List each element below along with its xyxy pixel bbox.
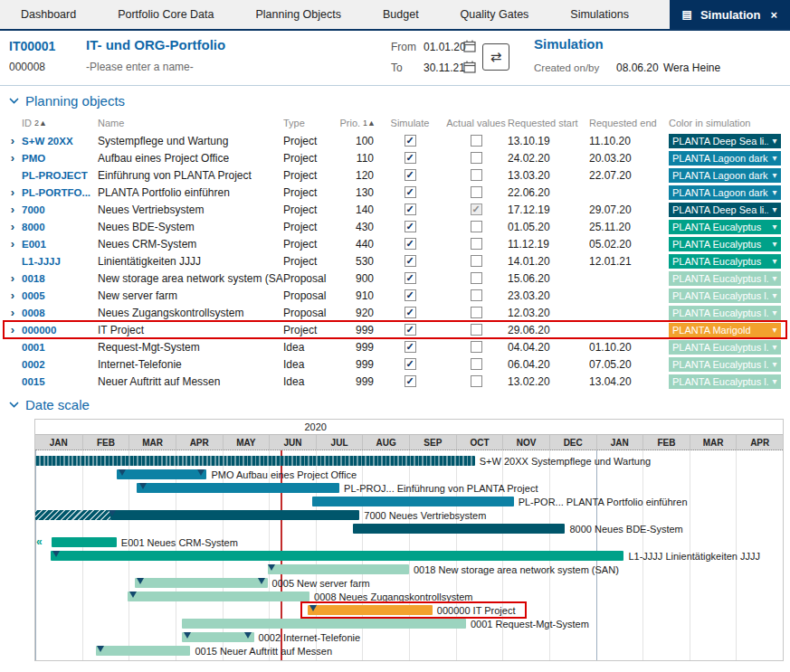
row-id[interactable]: L1-JJJJ [22, 256, 98, 267]
table-row-PL-PROJECT[interactable]: PL-PROJECTEinführung von PLANTA ProjectP… [4, 166, 786, 184]
row-id[interactable]: PL-PORTFO... [22, 187, 98, 198]
simulate-checkbox[interactable]: ✓ [405, 221, 416, 232]
nav-item-planning-objects[interactable]: Planning Objects [234, 0, 362, 29]
gantt-bar[interactable] [51, 551, 623, 561]
expand-arrow-icon[interactable]: › [4, 238, 22, 250]
simulate-checkbox[interactable]: ✓ [405, 324, 416, 336]
gantt-bar[interactable] [117, 469, 207, 479]
table-row-0018[interactable]: ›0018New storage area network system (SA… [4, 270, 786, 287]
column-header-prio[interactable]: Prio.1▲ [338, 118, 376, 128]
expand-arrow-icon[interactable]: › [4, 186, 22, 198]
column-header-name[interactable]: Name [98, 118, 283, 128]
nav-item-dashboard[interactable]: Dashboard [0, 0, 97, 29]
actual-values-checkbox[interactable] [471, 307, 482, 318]
row-id[interactable]: PMO [22, 153, 98, 164]
color-in-simulation-dropdown[interactable]: PLANTA Lagoon dark▾ [669, 151, 781, 166]
gantt-bar[interactable] [96, 646, 191, 656]
gantt-bar[interactable] [128, 592, 309, 601]
actual-values-checkbox[interactable] [471, 135, 482, 147]
color-in-simulation-dropdown[interactable]: PLANTA Eucalyptus▾ [669, 220, 781, 234]
actual-values-checkbox[interactable] [471, 375, 482, 387]
column-header-requested-start[interactable]: Requested start [508, 118, 589, 128]
table-row-E001[interactable]: ›E001Neues CRM-SystemProject440✓11.12.19… [4, 235, 786, 252]
expand-arrow-icon[interactable]: › [4, 272, 22, 284]
expand-arrow-icon[interactable]: › [4, 221, 22, 232]
actual-values-checkbox[interactable] [471, 255, 482, 267]
close-icon[interactable]: × [770, 8, 777, 22]
color-in-simulation-dropdown[interactable]: PLANTA Lagoon dark▾ [669, 185, 781, 200]
simulate-checkbox[interactable]: ✓ [405, 307, 416, 318]
row-id[interactable]: 0001 [22, 342, 98, 353]
gantt-bar[interactable] [182, 632, 254, 642]
row-id[interactable]: 8000 [22, 222, 98, 232]
expand-arrow-icon[interactable]: › [4, 203, 22, 215]
gantt-bar[interactable] [312, 497, 514, 506]
simulate-checkbox[interactable]: ✓ [405, 152, 416, 164]
row-id[interactable]: 0008 [22, 308, 98, 318]
nav-item-budget[interactable]: Budget [362, 0, 440, 29]
simulate-checkbox[interactable]: ✓ [405, 203, 416, 215]
color-in-simulation-dropdown[interactable]: PLANTA Marigold▾ [669, 323, 781, 337]
simulate-checkbox[interactable]: ✓ [405, 289, 416, 301]
gantt-bar[interactable] [110, 510, 360, 520]
actual-values-checkbox[interactable] [471, 221, 482, 232]
gantt-bar[interactable] [353, 524, 565, 534]
actual-values-checkbox[interactable] [471, 238, 482, 250]
from-date-value[interactable]: 01.01.20 [424, 41, 466, 53]
gantt-bar[interactable] [35, 510, 110, 520]
simulate-checkbox[interactable]: ✓ [405, 341, 416, 353]
row-id[interactable]: 0005 [22, 290, 98, 301]
gantt-bar[interactable] [137, 483, 340, 493]
actual-values-checkbox[interactable] [471, 358, 482, 370]
expand-arrow-icon[interactable]: › [4, 152, 22, 164]
row-id[interactable]: S+W 20XX [22, 136, 98, 147]
gantt-bar[interactable] [268, 564, 409, 574]
color-in-simulation-dropdown[interactable]: PLANTA Eucalyptus▾ [669, 237, 781, 251]
column-header-type[interactable]: Type [283, 118, 338, 128]
table-row-0005[interactable]: ›0005New server farmProposal910✓23.03.20… [4, 287, 786, 304]
expand-arrow-icon[interactable]: › [4, 135, 22, 147]
expand-arrow-icon[interactable]: › [4, 307, 22, 318]
table-row-L1-JJJJ[interactable]: L1-JJJJLinientätigkeiten JJJJProject530✓… [4, 252, 786, 270]
table-row-PL-PORTFO-[interactable]: ›PL-PORTFO...PLANTA Portfolio einführenP… [4, 184, 786, 201]
color-in-simulation-dropdown[interactable]: PLANTA Eucalyptus l...▾ [669, 289, 781, 303]
nav-item-quality-gates[interactable]: Quality Gates [440, 0, 550, 29]
nav-item-portfolio-core-data[interactable]: Portfolio Core Data [97, 0, 234, 29]
table-row-PMO[interactable]: ›PMOAufbau eines Project OfficeProject11… [4, 149, 786, 166]
table-row-7000[interactable]: ›7000Neues VertriebsystemProject140✓✓17.… [4, 201, 786, 218]
color-in-simulation-dropdown[interactable]: PLANTA Lagoon dark▾ [669, 168, 781, 183]
actual-values-checkbox[interactable] [471, 341, 482, 353]
simulate-checkbox[interactable]: ✓ [405, 135, 416, 147]
row-id[interactable]: 7000 [22, 204, 98, 215]
gantt-bar[interactable] [52, 537, 117, 547]
column-header-color[interactable]: Color in simulation [669, 118, 783, 128]
gantt-bar[interactable] [135, 578, 268, 588]
date-scale-section-header[interactable]: Date scale [0, 390, 790, 417]
gantt-bar[interactable] [35, 456, 475, 466]
table-row-S-W-20XX[interactable]: ›S+W 20XXSystempflege und WartungProject… [4, 132, 786, 149]
row-id[interactable]: 0002 [22, 359, 98, 370]
table-row-0015[interactable]: 0015Neuer Auftritt auf MessenIdea999✓13.… [4, 373, 786, 390]
gantt-bar[interactable] [308, 605, 432, 615]
simulate-checkbox[interactable]: ✓ [405, 238, 416, 250]
color-in-simulation-dropdown[interactable]: PLANTA Eucalyptus l...▾ [669, 374, 781, 389]
color-in-simulation-dropdown[interactable]: PLANTA Eucalyptus l...▾ [669, 271, 781, 286]
refresh-button[interactable]: ⇄ [482, 43, 509, 71]
row-id[interactable]: 0015 [22, 376, 98, 387]
tab-simulation-active[interactable]: ▤ Simulation × [670, 0, 790, 29]
actual-values-checkbox[interactable] [471, 324, 482, 336]
simulate-checkbox[interactable]: ✓ [405, 272, 416, 284]
table-row-0008[interactable]: ›0008Neues ZugangskontrollsystemProposal… [4, 304, 786, 321]
row-id[interactable]: E001 [22, 239, 98, 250]
simulate-checkbox[interactable]: ✓ [405, 358, 416, 370]
actual-values-checkbox[interactable] [471, 272, 482, 284]
expand-arrow-icon[interactable]: › [4, 289, 22, 301]
actual-values-checkbox[interactable] [471, 169, 482, 181]
simulate-checkbox[interactable]: ✓ [405, 375, 416, 387]
column-header-simulate[interactable]: Simulate [376, 118, 444, 128]
calendar-icon[interactable] [463, 61, 476, 73]
actual-values-checkbox[interactable] [471, 289, 482, 301]
table-row-0001[interactable]: 0001Request-Mgt-SystemIdea999✓04.04.2001… [4, 338, 786, 355]
table-row-8000[interactable]: ›8000Neues BDE-SystemProject430✓01.05.20… [4, 218, 786, 235]
column-header-id[interactable]: ID2▲ [22, 118, 98, 128]
